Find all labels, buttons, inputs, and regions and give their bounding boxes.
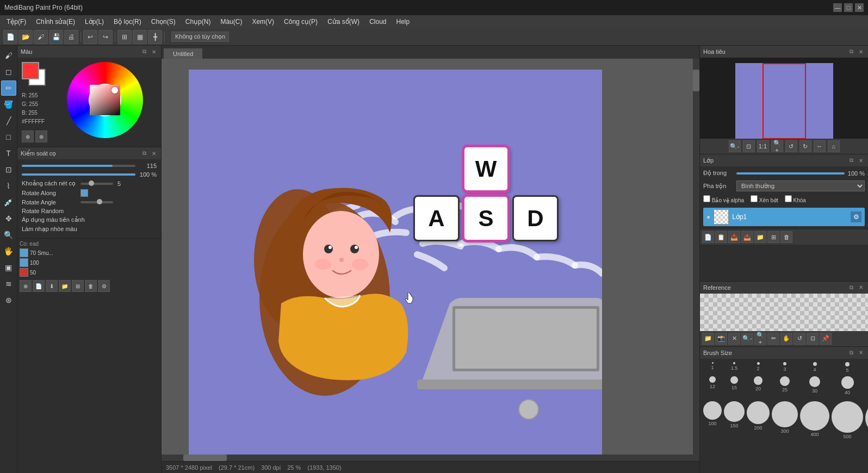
nav-zoom-out[interactable]: 🔍- (729, 140, 741, 152)
ref-zoom-out[interactable]: 🔍- (741, 333, 753, 345)
layers-merge[interactable]: ⊞ (767, 231, 779, 243)
brush-size-item-2[interactable]: 2 (747, 362, 770, 374)
toolbar-transform[interactable]: ⊞ (117, 30, 132, 44)
brush-size-item-150[interactable]: 150 (724, 401, 745, 444)
tool-text[interactable]: T (1, 146, 16, 161)
ref-delete[interactable]: ✕ (728, 333, 740, 345)
nav-home[interactable]: ⌂ (828, 140, 840, 152)
layers-folder[interactable]: 📁 (754, 231, 766, 243)
bottom-btn-6[interactable]: ⚙ (98, 280, 110, 292)
fg-bg-colors[interactable] (22, 62, 49, 89)
scrollbar-thumb-h[interactable] (183, 455, 227, 461)
layer-settings-button[interactable]: ⚙ (851, 211, 861, 222)
bottom-btn-delete[interactable]: 🗑 (85, 280, 97, 292)
brush-panel-expand[interactable]: ⧉ (140, 150, 148, 157)
tool-line[interactable]: ╱ (1, 113, 16, 128)
color-gradient-square[interactable] (90, 85, 120, 115)
color-preset-red[interactable] (20, 268, 28, 277)
brush-size-item-4[interactable]: 4 (800, 362, 829, 374)
tool-shape[interactable]: □ (1, 129, 16, 145)
canvas-scrollbar-v[interactable] (693, 59, 699, 461)
brush-size-item-700[interactable]: 700 (865, 401, 868, 444)
bottom-btn-5[interactable]: ⊞ (72, 280, 84, 292)
brush-size-item-40[interactable]: 40 (832, 376, 863, 399)
color-tool-1[interactable]: ⊕ (22, 130, 34, 142)
navigator-close[interactable]: ✕ (857, 48, 865, 55)
toolbar-brush[interactable]: 🖌 (34, 30, 48, 44)
menu-capture[interactable]: Chụp(N) (181, 17, 215, 27)
toolbar-undo[interactable]: ↩ (83, 30, 97, 44)
toolbar-print[interactable]: 🖨 (64, 30, 78, 44)
menu-select[interactable]: Chọn(S) (147, 17, 180, 27)
rotate-along-checkbox[interactable] (80, 189, 88, 197)
ref-edit[interactable]: ✏ (767, 333, 779, 345)
layer-item-1[interactable]: ● Lớp1 ⚙ (703, 208, 865, 226)
menu-filter[interactable]: Bộ lọc(R) (109, 17, 146, 27)
toolbar-open[interactable]: 📂 (18, 30, 33, 44)
tool-lasso[interactable]: ⌇ (1, 178, 16, 194)
tool-gradient[interactable]: ▣ (1, 260, 16, 275)
brush-opacity-slider[interactable] (22, 173, 135, 176)
ref-hand[interactable]: ✋ (780, 333, 792, 345)
menu-color[interactable]: Màu(C) (216, 17, 246, 27)
nav-actual[interactable]: 1:1 (757, 140, 769, 152)
menu-edit[interactable]: Chỉnh sửa(E) (32, 17, 79, 27)
brush-rotate-angle-slider[interactable] (80, 201, 113, 203)
brush-spacing-slider[interactable] (80, 183, 113, 185)
brush-panel-close[interactable]: ✕ (150, 150, 158, 157)
tool-brush[interactable]: 🖌 (1, 48, 16, 63)
foreground-color-swatch[interactable] (22, 62, 39, 79)
color-tool-2[interactable]: ⊗ (35, 130, 47, 142)
tool-eraser[interactable]: ◻ (1, 64, 16, 79)
canvas-tab-untitled[interactable]: Untitled (164, 48, 202, 59)
reference-close[interactable]: ✕ (857, 284, 865, 291)
layers-close[interactable]: ✕ (857, 157, 865, 164)
navigator-expand[interactable]: ⧉ (847, 48, 855, 55)
brush-size-item-7[interactable]: 7 (865, 362, 868, 374)
menu-file[interactable]: Tệp(F) (2, 17, 30, 27)
brush-size-item-500[interactable]: 500 (832, 401, 863, 444)
brush-size-item-30[interactable]: 30 (800, 376, 829, 399)
brush-size-item-12[interactable]: 12 (703, 376, 722, 399)
brush-size-item-15[interactable]: 15 (724, 376, 745, 399)
lock-label[interactable]: Khóa (785, 195, 806, 203)
toolbar-guides[interactable]: ╋ (148, 30, 162, 44)
lock-checkbox[interactable] (785, 195, 792, 202)
toolbar-redo[interactable]: ↪ (98, 30, 113, 44)
tool-hand[interactable]: 🖐 (1, 244, 16, 259)
brush-size-item-20[interactable]: 20 (747, 376, 770, 399)
menu-tools[interactable]: Công cụ(P) (280, 17, 322, 27)
brush-size-item-100[interactable]: 100 (703, 401, 722, 444)
nav-rotate-ccw[interactable]: ↺ (785, 140, 797, 152)
ref-open[interactable]: 📁 (702, 333, 714, 345)
layers-new[interactable]: 📄 (702, 231, 714, 243)
bottom-btn-2[interactable]: 📄 (33, 280, 45, 292)
ref-zoom-in[interactable]: 🔍+ (754, 333, 766, 345)
nav-rotate-cw[interactable]: ↻ (799, 140, 811, 152)
scrollbar-thumb-v[interactable] (693, 70, 699, 91)
toolbar-save[interactable]: 💾 (49, 30, 63, 44)
brush-size-close[interactable]: ✕ (857, 349, 865, 357)
layers-delete[interactable]: 🗑 (780, 231, 792, 243)
menu-window[interactable]: Cửa sổ(W) (323, 17, 364, 27)
menu-help[interactable]: Help (392, 17, 414, 27)
nav-zoom-in[interactable]: 🔍+ (771, 140, 783, 152)
clip-label[interactable]: Xén bớt (751, 195, 778, 203)
ref-snap[interactable]: 📸 (715, 333, 727, 345)
ref-zoom-fit[interactable]: ⊡ (807, 333, 819, 345)
color-picker-handle[interactable] (111, 87, 118, 94)
brush-size-expand[interactable]: ⧉ (847, 349, 855, 357)
canvas-scrollbar-h[interactable] (162, 455, 693, 461)
tool-pen[interactable]: ✏ (1, 80, 16, 96)
brush-size-item-1[interactable]: 1 (703, 362, 722, 374)
reference-content[interactable] (700, 294, 868, 331)
brush-size-item-25[interactable]: 25 (772, 376, 798, 399)
clip-checkbox[interactable] (751, 195, 758, 202)
tool-smudge[interactable]: ≋ (1, 276, 16, 291)
close-button[interactable]: ✕ (855, 3, 864, 12)
brush-size-item-200[interactable]: 200 (747, 401, 770, 444)
brush-size-item-400[interactable]: 400 (800, 401, 829, 444)
menu-view[interactable]: Xem(V) (247, 17, 278, 27)
bottom-btn-3[interactable]: ⬇ (46, 280, 58, 292)
canvas-viewport[interactable]: tranh giay.com W A S D (162, 59, 699, 461)
